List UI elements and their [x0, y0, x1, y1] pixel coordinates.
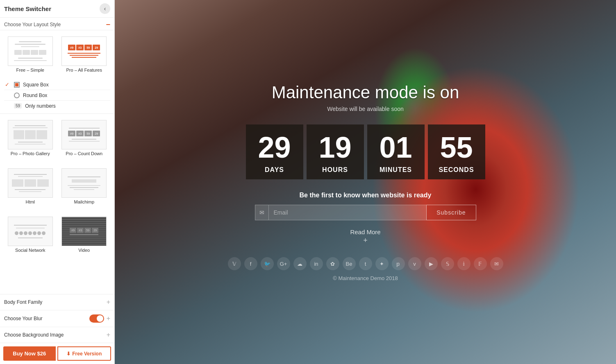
blur-label: Choose Your Blur: [4, 316, 42, 321]
blur-control[interactable]: Choose Your Blur +: [0, 310, 114, 327]
main-subtitle: Website will be available soon: [327, 106, 404, 112]
subscribe-button[interactable]: Subscribe: [426, 205, 476, 220]
theme-free-simple[interactable]: Free – Simple: [3, 34, 57, 75]
sidebar-close-button[interactable]: ‹: [100, 3, 110, 14]
layout-options-section: ✓ Square Box ✓ Round Box ✓ 59 Only numbe…: [0, 79, 114, 114]
body-font-plus-icon[interactable]: +: [107, 298, 110, 306]
theme-pro-countdown[interactable]: #9 #3 59 29 Pro – Count Down: [57, 117, 111, 159]
theme-social-network[interactable]: Social Network: [3, 214, 57, 255]
social-email[interactable]: ✉: [490, 257, 503, 270]
buy-now-button[interactable]: Buy Now $26: [3, 346, 56, 361]
copyright-text: © Maintenance Demo 2018: [333, 275, 398, 281]
theme-mailchimp[interactable]: Mailchimp: [57, 165, 111, 207]
layout-option-numbers[interactable]: ✓ 59 Only numbers: [4, 101, 110, 111]
read-more-section[interactable]: Read More +: [350, 228, 380, 245]
square-box-label: Square Box: [23, 82, 49, 88]
bg-image-control[interactable]: Choose Background Image +: [0, 327, 114, 343]
theme-thumb-pro-all: #9 #3 59 29: [61, 36, 107, 66]
theme-pro-photo[interactable]: Pro – Photo Gallery: [3, 117, 57, 159]
body-font-control[interactable]: Body Font Family +: [0, 294, 114, 310]
social-youtube[interactable]: ▶: [425, 257, 438, 270]
round-box-radio[interactable]: [14, 93, 20, 98]
toggle-knob: [97, 315, 103, 322]
countdown-days-number: 29: [258, 133, 291, 162]
count-box-3: 59: [84, 45, 92, 50]
body-font-label: Body Font Family: [4, 299, 42, 305]
count-box-2: #3: [76, 45, 84, 50]
sidebar-action-buttons: Buy Now $26 ⬇ Free Version: [0, 343, 114, 364]
social-vimeo[interactable]: v: [408, 257, 421, 270]
email-icon-wrap: ✉: [255, 205, 268, 220]
theme-thumb-pro-countdown: #9 #3 59 29: [61, 120, 107, 149]
checkbox-fill: [15, 83, 18, 86]
social-vk[interactable]: 𝕍: [228, 257, 241, 270]
sidebar-bottom-controls: Body Font Family + Choose Your Blur + Ch…: [0, 294, 114, 364]
theme-thumb-free-simple: [8, 36, 53, 66]
round-box-label: Round Box: [23, 93, 47, 98]
theme-video[interactable]: #9 #3 59 29 Video: [57, 214, 111, 255]
email-input[interactable]: [268, 205, 427, 220]
number-badge: 59: [14, 103, 22, 109]
social-instagram[interactable]: 𝕚: [457, 257, 471, 270]
theme-pro-all[interactable]: #9 #3 59 29 Pro – All Features: [57, 34, 111, 75]
themes-row-4: Social Network #9 #3 59 29 Video: [0, 210, 114, 259]
social-icons-row: 𝕍 f 🐦 G+ ☁ in ✿ Be t ✦ 𝕡 v ▶ 𝕊 𝕚 𝔽 ✉: [228, 257, 503, 270]
theme-html[interactable]: Html: [3, 165, 57, 207]
social-soundcloud[interactable]: ☁: [293, 257, 307, 270]
countdown-hours-number: 19: [318, 133, 351, 162]
theme-label-free-simple: Free – Simple: [16, 68, 44, 72]
countdown-minutes-label: Minutes: [380, 166, 412, 174]
social-googleplus[interactable]: G+: [277, 257, 290, 270]
countdown-hours-label: Hours: [322, 166, 348, 174]
blur-plus-icon[interactable]: +: [107, 315, 110, 322]
social-dribbble[interactable]: ✿: [326, 257, 339, 270]
layout-style-label: Choose Your Layout Style: [4, 22, 61, 27]
count-box-1: #9: [68, 45, 75, 50]
square-box-checkbox[interactable]: [14, 82, 20, 88]
layout-style-section: Choose Your Layout Style −: [0, 18, 114, 30]
theme-label-pro-all: Pro – All Features: [66, 68, 102, 72]
social-tumblr[interactable]: t: [359, 257, 372, 270]
theme-label-pro-countdown: Pro – Count Down: [66, 151, 102, 156]
subscribe-title: Be the first to know when website is rea…: [300, 192, 432, 199]
themes-row-3: Html Mailchimp: [0, 162, 114, 210]
theme-label-pro-photo: Pro – Photo Gallery: [11, 151, 50, 156]
read-more-text: Read More: [350, 228, 380, 235]
themes-row-2: Pro – Photo Gallery #9 #3 59 29 Pro – Co…: [0, 114, 114, 162]
theme-thumb-mailchimp: [61, 168, 107, 198]
social-linkedin[interactable]: in: [310, 257, 323, 270]
theme-label-html: Html: [25, 199, 35, 204]
social-flickr[interactable]: ✦: [375, 257, 389, 270]
countdown-days-label: Days: [265, 166, 284, 174]
countdown-hours: 19 Hours: [307, 124, 364, 179]
social-skype[interactable]: 𝕊: [441, 257, 454, 270]
layout-option-square[interactable]: ✓ Square Box: [4, 79, 110, 90]
theme-thumb-video: #9 #3 59 29: [61, 217, 107, 246]
theme-label-social: Social Network: [15, 248, 45, 253]
social-behance[interactable]: Be: [343, 257, 356, 270]
countdown-seconds-number: 55: [440, 133, 473, 162]
countdown-minutes: 01 Minutes: [367, 124, 425, 179]
layout-option-round[interactable]: ✓ Round Box: [4, 90, 110, 101]
social-facebook[interactable]: f: [244, 257, 257, 270]
social-pinterest[interactable]: 𝕡: [392, 257, 405, 270]
free-version-button[interactable]: ⬇ Free Version: [57, 346, 111, 361]
sidebar: Theme Switcher ‹ Choose Your Layout Styl…: [0, 0, 115, 364]
blur-toggle[interactable]: [89, 314, 104, 323]
countdown-row: 29 Days 19 Hours 01 Minutes 55 Seconds: [246, 124, 485, 179]
download-icon: ⬇: [66, 351, 70, 357]
bg-image-plus-icon[interactable]: +: [107, 331, 110, 339]
read-more-plus-icon: +: [363, 236, 368, 245]
theme-label-mailchimp: Mailchimp: [74, 199, 94, 204]
countdown-days: 29 Days: [246, 124, 303, 179]
social-twitter[interactable]: 🐦: [261, 257, 274, 270]
collapse-icon[interactable]: −: [106, 21, 110, 28]
countdown-minutes-number: 01: [379, 133, 412, 162]
sidebar-title: Theme Switcher: [4, 5, 51, 12]
theme-thumb-html: [8, 168, 53, 198]
main-title: Maintenance mode is on: [272, 83, 459, 102]
countdown-seconds: 55 Seconds: [428, 124, 485, 179]
checkmark-icon: ✓: [5, 81, 11, 88]
social-foursquare[interactable]: 𝔽: [474, 257, 487, 270]
main-content-area: Maintenance mode is on Website will be a…: [115, 0, 616, 364]
